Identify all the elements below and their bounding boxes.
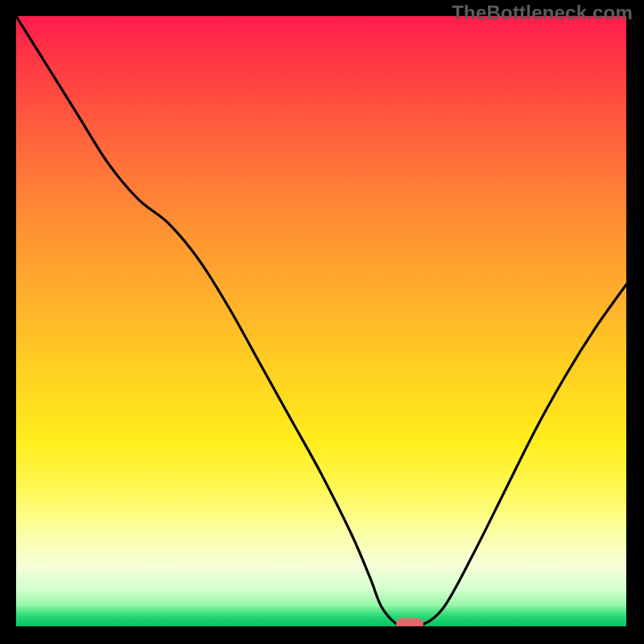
bottleneck-curve	[16, 16, 626, 626]
optimal-point-marker	[396, 618, 423, 626]
plot-area	[16, 16, 626, 626]
watermark-text: TheBottleneck.com	[452, 2, 633, 24]
curve-path	[16, 16, 626, 626]
chart-frame: TheBottleneck.com	[0, 0, 644, 644]
